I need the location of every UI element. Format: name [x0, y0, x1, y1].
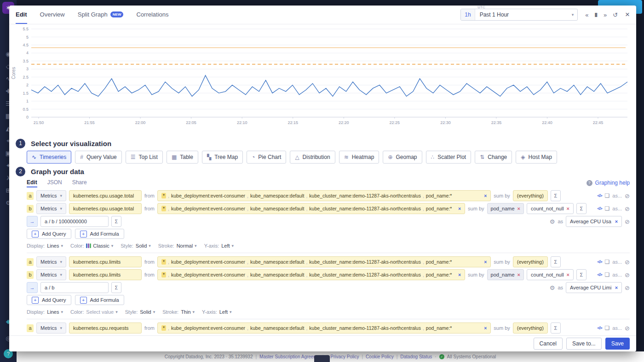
metric-input[interactable]: kubernetes.cpu.usage.total — [69, 190, 142, 201]
aggregator-chip[interactable]: count_not_null× — [527, 203, 574, 214]
metric-source-select[interactable]: Metrics▾ — [36, 322, 66, 334]
display-type-dropdown[interactable]: Lines▾ — [47, 309, 63, 315]
metric-source-select[interactable]: Metrics▾ — [36, 269, 66, 280]
viz-option-distribution[interactable]: △Distribution — [290, 151, 335, 164]
query-letter[interactable]: a — [27, 258, 34, 266]
pause-icon[interactable]: ‖ — [594, 11, 597, 18]
style-dropdown[interactable]: Solid▾ — [140, 309, 155, 315]
metric-source-select[interactable]: Metrics▾ — [36, 203, 66, 214]
display-type-dropdown[interactable]: Lines▾ — [47, 243, 63, 249]
add-formula-button[interactable]: +Add Formula — [75, 229, 124, 239]
metric-input[interactable]: kubernetes.cpu.usage.total — [69, 203, 142, 214]
viz-option-tree-map[interactable]: ▚Tree Map — [202, 151, 243, 164]
graph-options-icon[interactable]: ⚙ — [550, 284, 555, 291]
time-shortcut[interactable]: 1h — [461, 9, 475, 20]
graphing-help-link[interactable]: ? Graphing help — [586, 180, 630, 186]
viz-option-timeseries[interactable]: ∿Timeseries — [27, 151, 71, 164]
graph-tab-share[interactable]: Share — [72, 178, 87, 187]
query-letter[interactable]: a — [27, 192, 34, 200]
copy-icon[interactable]: ❏ — [605, 205, 610, 212]
add-query-button[interactable]: +Add Query — [27, 229, 71, 239]
color-dropdown[interactable]: Select value▾ — [86, 309, 117, 315]
metric-source-select[interactable]: Metrics▾ — [36, 256, 66, 267]
hide-formula-icon[interactable]: ⊘ — [625, 218, 630, 225]
hide-row-icon[interactable]: ⊘ — [625, 192, 630, 199]
formula-input[interactable]: a / b / 1000000000 — [40, 216, 109, 227]
clear-scope-icon[interactable]: × — [481, 193, 487, 198]
color-dropdown[interactable]: Classic▾ — [86, 243, 113, 249]
sigma-function-button[interactable]: Σ — [551, 256, 561, 267]
query-letter[interactable]: a — [27, 324, 34, 332]
tab-correlations[interactable]: Correlations — [136, 6, 168, 24]
sigma-function-button[interactable]: Σ — [551, 190, 561, 201]
tab-split-graph[interactable]: Split Graph NEW — [78, 6, 124, 24]
remove-aggregator-icon[interactable]: × — [567, 272, 569, 277]
sigma-function-button[interactable]: Σ — [111, 216, 121, 227]
tab-overview[interactable]: Overview — [40, 6, 65, 24]
code-icon[interactable]: </> — [598, 193, 602, 198]
graph-tab-json[interactable]: JSON — [47, 178, 62, 187]
copy-icon[interactable]: ❏ — [605, 259, 610, 265]
clear-alias-icon[interactable]: × — [615, 285, 618, 290]
code-icon[interactable]: </> — [598, 272, 602, 277]
clear-scope-icon[interactable]: × — [455, 272, 461, 277]
copy-icon[interactable]: ❏ — [605, 325, 610, 331]
formula-alias-input[interactable]: Average CPU Limi...× — [566, 282, 622, 293]
tab-edit[interactable]: Edit — [16, 6, 27, 24]
code-icon[interactable]: </> — [598, 260, 602, 264]
group-by-input[interactable]: (everything) — [513, 322, 548, 334]
timeseries-chart[interactable]: 00.511.522.533.544.555.521:5021:5522:002… — [9, 24, 636, 136]
stroke-dropdown[interactable]: Normal▾ — [177, 243, 197, 249]
viz-option-table[interactable]: ▦Table — [167, 151, 198, 164]
query-letter[interactable]: b — [27, 205, 34, 213]
close-icon[interactable]: × — [625, 10, 630, 19]
metric-input[interactable]: kubernetes.cpu.limits — [69, 269, 142, 280]
formula-alias-input[interactable]: Average CPU Usa...× — [566, 216, 622, 227]
footer-link-cookie[interactable]: Cookie Policy — [366, 354, 394, 359]
graph-tab-edit[interactable]: Edit — [27, 178, 37, 187]
aggregator-chip[interactable]: count_not_null× — [527, 269, 574, 280]
scope-filter[interactable]: *,kube_deployment:event-consumer,kube_na… — [157, 322, 491, 334]
stroke-dropdown[interactable]: Thin▾ — [181, 309, 195, 315]
metric-source-select[interactable]: Metrics▾ — [36, 190, 66, 201]
scope-filter[interactable]: *,kube_deployment:event-consumer,kube_na… — [157, 269, 465, 280]
graph-options-icon[interactable]: ⚙ — [550, 218, 555, 225]
group-by-tag[interactable]: pod_name× — [487, 269, 524, 280]
group-by-input[interactable]: (everything) — [513, 190, 548, 201]
footer-link-privacy[interactable]: Privacy Policy — [330, 354, 359, 359]
add-formula-button[interactable]: +Add Formula — [75, 295, 124, 305]
viz-option-change[interactable]: ⇅Change — [475, 151, 512, 164]
clear-scope-icon[interactable]: × — [455, 206, 461, 211]
hide-row-icon[interactable]: ⊘ — [625, 259, 630, 266]
live-refresh-icon[interactable]: ↺ — [613, 11, 618, 18]
sigma-function-button[interactable]: Σ — [111, 282, 121, 293]
sigma-function-button[interactable]: Σ — [551, 322, 561, 334]
style-dropdown[interactable]: Solid▾ — [136, 243, 151, 249]
sigma-function-button[interactable]: Σ — [576, 269, 586, 280]
metric-input[interactable]: kubernetes.cpu.limits — [69, 256, 142, 267]
clear-scope-icon[interactable]: × — [481, 259, 487, 265]
query-letter[interactable]: b — [27, 271, 34, 279]
save-button[interactable]: Save — [605, 338, 630, 350]
hide-formula-icon[interactable]: ⊘ — [625, 284, 630, 291]
formula-input[interactable]: a / b — [40, 282, 109, 293]
yaxis-dropdown[interactable]: Left▾ — [221, 243, 234, 249]
viz-option-geomap[interactable]: ⊕Geomap — [383, 151, 422, 164]
group-by-input[interactable]: (everything) — [513, 256, 548, 267]
sigma-function-button[interactable]: Σ — [576, 203, 586, 214]
group-by-tag[interactable]: pod_name× — [487, 203, 524, 214]
remove-tag-icon[interactable]: × — [518, 272, 520, 277]
time-range-picker[interactable]: UTC 1h Past 1 Hour ▾ — [460, 9, 578, 21]
viz-option-host-map[interactable]: ◈Host Map — [516, 151, 557, 164]
copy-icon[interactable]: ❏ — [605, 272, 610, 278]
remove-tag-icon[interactable]: × — [518, 206, 520, 211]
code-icon[interactable]: </> — [598, 326, 602, 330]
save-to-button[interactable]: Save to... — [566, 338, 602, 350]
add-query-button[interactable]: +Add Query — [27, 295, 71, 305]
cancel-button[interactable]: Cancel — [534, 338, 563, 350]
scope-filter[interactable]: *,kube_deployment:event-consumer,kube_na… — [157, 256, 491, 267]
hide-row-icon[interactable]: ⊘ — [625, 272, 630, 278]
clear-scope-icon[interactable]: × — [481, 325, 487, 331]
viz-option-top-list[interactable]: ☰Top List — [126, 151, 163, 164]
viz-option-pie-chart[interactable]: ◔Pie Chart — [247, 151, 286, 164]
